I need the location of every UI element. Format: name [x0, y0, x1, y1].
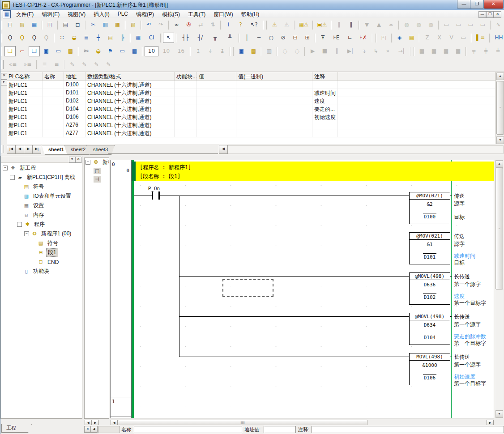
watch-cell-fill[interactable]	[338, 105, 495, 113]
menu-tools[interactable]: 工具(T)	[184, 10, 209, 18]
menu-insert[interactable]: 插入(I)	[90, 10, 113, 18]
watch-col-comment[interactable]: 注释	[312, 72, 338, 81]
maximize-button[interactable]: ❐	[470, 0, 484, 9]
watch-cell-val[interactable]	[197, 97, 236, 105]
instruction-operand-1[interactable]: D636	[410, 282, 450, 288]
tree-item-符号[interactable]: ▤符号	[1, 238, 82, 248]
watch-col-name[interactable]: 名称	[43, 72, 64, 81]
section-tree-item-2[interactable]: ⊣	[85, 175, 109, 183]
find-report-icon[interactable]: ◫	[44, 20, 56, 30]
watch-cell-valbin[interactable]	[236, 97, 312, 105]
watch-cell-name[interactable]	[43, 121, 64, 129]
select-tool-icon[interactable]: ↖	[163, 33, 174, 43]
properties-window-icon[interactable]: ▤	[65, 46, 76, 56]
new-pid-box-icon[interactable]: Ŧ	[317, 33, 329, 43]
tree-item-功能块[interactable]: ▯功能块	[1, 267, 82, 276]
watch-cell-comment[interactable]: 要走的...	[312, 105, 338, 113]
menu-file[interactable]: 文件(F)	[12, 10, 38, 18]
new-vertical-line-icon[interactable]: │	[241, 33, 252, 43]
close-button[interactable]: ✕	[483, 0, 504, 9]
watch-cell-name[interactable]	[43, 97, 64, 105]
tree-item-新工程[interactable]: −❖新工程	[1, 163, 82, 173]
watch-vertical-scrollbar[interactable]: ▲ ≡ ▼	[495, 72, 504, 145]
watch-cell-name[interactable]	[43, 105, 64, 113]
tree-expander-icon[interactable]: −	[10, 175, 15, 180]
rung-comment-icon[interactable]: ◒	[68, 33, 80, 43]
watch-scroll-thumb[interactable]: ≡	[496, 81, 504, 135]
compile-program-check-icon[interactable]: ⚠	[269, 20, 280, 30]
new-coil-icon[interactable]: ○	[265, 33, 277, 43]
scroll-down-icon[interactable]: ▼	[496, 136, 504, 144]
watch-cell-val[interactable]	[197, 105, 236, 113]
watch-cell-comment[interactable]: 减速时间	[312, 89, 338, 97]
workspace-pin-icon[interactable]: ▾	[69, 157, 75, 163]
menu-window[interactable]: 窗口(W)	[209, 10, 237, 18]
find-icon[interactable]: ∞	[171, 20, 182, 30]
first-sheet-icon[interactable]: |◀	[7, 145, 16, 154]
instruction-block-D106[interactable]: MOVL(498)&1000D106	[409, 353, 450, 385]
build-icon[interactable]: ⌐	[17, 46, 28, 56]
tree-expander-icon[interactable]: −	[17, 222, 22, 227]
watch-cell-plc[interactable]: 新PLC1	[7, 113, 43, 121]
rung-list-icon[interactable]: ≣	[81, 33, 92, 43]
edit-dialog-icon[interactable]: ▭	[117, 46, 128, 56]
operand-prev-icon[interactable]: ◀	[90, 426, 98, 433]
print-icon[interactable]: ▤	[60, 20, 71, 30]
section-tree-item-新程序1[interactable]: −❂新程序1	[85, 158, 109, 166]
watch-cell-fb[interactable]	[175, 81, 197, 89]
watch-cell-plc[interactable]: 新PLC1	[7, 89, 43, 97]
watch-cell-fb[interactable]	[175, 89, 197, 97]
show-grid-icon[interactable]: ∷	[56, 33, 68, 43]
instruction-block-D104[interactable]: @MOVL(498)D634D104	[409, 313, 450, 345]
monitor-decimal-icon[interactable]: 10	[145, 46, 158, 56]
watch-cell-fb[interactable]	[175, 121, 197, 129]
address-field[interactable]	[264, 426, 296, 433]
watch-cell-addr[interactable]: D106	[64, 113, 85, 121]
save-icon[interactable]: ▦	[29, 20, 40, 30]
tree-item-新程序1 (00)[interactable]: −❂新程序1 (00)	[1, 229, 82, 238]
mdi-close-button[interactable]: ✕	[494, 11, 501, 18]
new-closed-or-contact-icon[interactable]: ╨	[223, 33, 237, 43]
address-reference-tool-icon[interactable]: ✇	[183, 20, 194, 30]
about-icon[interactable]: i	[223, 20, 234, 30]
undo-icon[interactable]: ↶	[143, 20, 154, 30]
delete-line-icon[interactable]: ⊦✗	[356, 33, 370, 43]
instruction-operand-1[interactable]: &1000	[410, 362, 450, 369]
watch-cell-fill[interactable]	[338, 121, 495, 129]
instruction-operand-1[interactable]: D634	[410, 322, 450, 328]
comment-edit-icon[interactable]: ◒	[93, 46, 104, 56]
watch-cell-fill[interactable]	[338, 129, 495, 137]
io-comment-view-icon[interactable]: ▦	[129, 46, 140, 56]
next-sheet-icon[interactable]: ▶	[24, 145, 33, 154]
new-fb-parameter-icon[interactable]: ⊦E	[329, 33, 343, 43]
watch-col-type[interactable]: 数据类型/格式	[85, 72, 175, 81]
tree-item-程序[interactable]: −✱程序	[1, 220, 82, 229]
copy-icon[interactable]: ▥	[100, 20, 111, 30]
watch-cell-valbin[interactable]	[236, 113, 312, 121]
sheet-horizontal-scrollbar[interactable]	[228, 145, 504, 154]
instruction-operand-1[interactable]: &1	[410, 242, 450, 248]
watch-cell-plc[interactable]: 新PLC1	[7, 81, 43, 89]
ladder-scroll-up-icon[interactable]: ▲	[495, 160, 503, 168]
last-sheet-icon[interactable]: ▶|	[32, 145, 41, 154]
line-corner-icon[interactable]: ∟	[344, 33, 355, 43]
watch-expand-icon[interactable]: ▸	[1, 79, 7, 85]
instruction-operand-2[interactable]: D100	[410, 214, 450, 220]
menu-plc[interactable]: PLC	[114, 10, 132, 18]
section-expander-icon[interactable]: −	[85, 160, 90, 165]
compare-programs-icon[interactable]: ◈	[394, 33, 405, 43]
new-instruction-icon[interactable]: ⊟	[290, 33, 301, 43]
work-online-simulator-icon[interactable]: ▣	[236, 46, 247, 56]
watch-cell-valbin[interactable]	[236, 129, 312, 137]
watch-cell-val[interactable]	[197, 129, 236, 137]
cascade-window-icon[interactable]: ❏	[4, 46, 16, 56]
ladder-selection-rect[interactable]	[222, 279, 273, 297]
watch-cell-valbin[interactable]	[236, 105, 312, 113]
watch-cell-name[interactable]	[43, 113, 64, 121]
cut-icon[interactable]: ✂	[88, 20, 99, 30]
tree-item-符号[interactable]: ▤符号	[1, 182, 82, 191]
watch-col-val[interactable]: 值	[197, 72, 236, 81]
menu-help[interactable]: 帮助(H)	[237, 10, 264, 18]
watch-cell-fill[interactable]	[338, 81, 495, 89]
new-file-icon[interactable]: □	[4, 20, 16, 30]
